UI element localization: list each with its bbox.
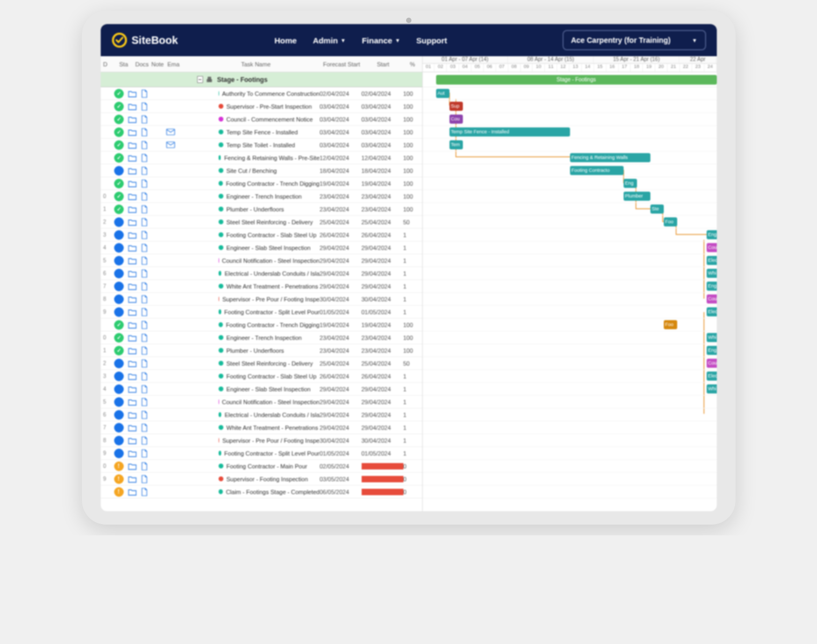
folder-icon[interactable] bbox=[128, 193, 137, 200]
task-row[interactable]: 3 Footing Contractor - Slab Steel Up 26/… bbox=[101, 370, 422, 383]
account-selector[interactable]: Ace Carpentry (for Training) ▼ bbox=[563, 30, 706, 50]
document-icon[interactable] bbox=[141, 256, 148, 265]
email-icon[interactable] bbox=[166, 141, 176, 148]
document-icon[interactable] bbox=[141, 398, 148, 406]
document-icon[interactable] bbox=[141, 308, 148, 316]
status-badge[interactable] bbox=[114, 372, 124, 381]
task-row[interactable]: 8 Supervisor - Pre Pour / Footing Inspe … bbox=[101, 434, 422, 447]
task-row[interactable]: 3 Footing Contractor - Slab Steel Up 26/… bbox=[101, 229, 422, 241]
status-badge[interactable]: ✓ bbox=[114, 102, 124, 111]
folder-icon[interactable] bbox=[128, 90, 137, 97]
document-icon[interactable] bbox=[141, 334, 148, 342]
status-badge[interactable]: ! bbox=[114, 487, 124, 497]
task-row[interactable]: 9 ! Supervisor - Footing Inspection 03/0… bbox=[101, 473, 422, 486]
task-row[interactable]: 9 Footing Contractor - Split Level Pour … bbox=[101, 306, 422, 319]
task-row[interactable]: ✓ Fencing & Retaining Walls - Pre-Site 1… bbox=[101, 151, 422, 164]
gantt-bar[interactable]: Eng bbox=[707, 346, 717, 355]
gantt-bar[interactable]: Tem bbox=[449, 140, 463, 149]
folder-icon[interactable] bbox=[128, 103, 137, 110]
status-badge[interactable] bbox=[114, 359, 124, 368]
status-badge[interactable] bbox=[114, 269, 124, 278]
document-icon[interactable] bbox=[141, 488, 148, 496]
status-badge[interactable] bbox=[114, 256, 124, 266]
status-badge[interactable] bbox=[114, 410, 124, 420]
collapse-icon[interactable]: − bbox=[197, 76, 204, 83]
nav-home[interactable]: Home bbox=[274, 36, 297, 45]
task-row[interactable]: 0 ✓ Engineer - Trench Inspection 23/04/2… bbox=[101, 190, 422, 203]
task-row[interactable]: ✓ Authority To Commence Construction 02/… bbox=[101, 87, 422, 100]
gantt-bar[interactable]: Cou bbox=[449, 115, 463, 124]
gantt-bar[interactable]: Elec bbox=[707, 307, 717, 316]
task-row[interactable]: ✓ Footing Contractor - Trench Digging 19… bbox=[101, 319, 422, 331]
gantt-bar[interactable]: Whi bbox=[707, 269, 717, 278]
task-row[interactable]: 5 Council Notification - Steel Inspectio… bbox=[101, 254, 422, 267]
status-badge[interactable] bbox=[114, 307, 124, 317]
task-row[interactable]: 1 ✓ Plumber - Underfloors 23/04/2024 23/… bbox=[101, 344, 422, 357]
task-row[interactable]: 7 White Ant Treatment - Penetrations 29/… bbox=[101, 280, 422, 293]
status-badge[interactable]: ✓ bbox=[114, 89, 124, 99]
folder-icon[interactable] bbox=[128, 141, 137, 149]
task-row[interactable]: ✓ Temp Site Toilet - Installed 03/04/202… bbox=[101, 139, 422, 151]
document-icon[interactable] bbox=[141, 346, 148, 355]
task-row[interactable]: ! Claim - Footings Stage - Completed 06/… bbox=[101, 486, 422, 498]
status-badge[interactable] bbox=[114, 397, 124, 407]
email-icon[interactable] bbox=[166, 128, 176, 135]
task-row[interactable]: ✓ Temp Site Fence - Installed 03/04/2024… bbox=[101, 126, 422, 139]
document-icon[interactable] bbox=[141, 179, 148, 188]
task-row[interactable]: 5 Council Notification - Steel Inspectio… bbox=[101, 396, 422, 408]
folder-icon[interactable] bbox=[128, 334, 137, 342]
folder-icon[interactable] bbox=[128, 116, 137, 123]
gantt-bar[interactable]: Elec bbox=[707, 372, 717, 381]
document-icon[interactable] bbox=[141, 115, 148, 124]
status-badge[interactable]: ✓ bbox=[114, 140, 124, 150]
status-badge[interactable] bbox=[114, 217, 124, 227]
document-icon[interactable] bbox=[141, 141, 148, 149]
task-row[interactable]: 0 ! Footing Contractor - Main Pour 02/05… bbox=[101, 460, 422, 473]
gantt-bar[interactable]: Ste bbox=[650, 204, 664, 214]
document-icon[interactable] bbox=[141, 436, 148, 445]
folder-icon[interactable] bbox=[128, 321, 137, 329]
stage-header[interactable]: − 🖶 Stage - Footings bbox=[101, 72, 422, 87]
status-badge[interactable]: ✓ bbox=[114, 346, 124, 355]
task-row[interactable]: ✓ Council - Commencement Notice 03/04/20… bbox=[101, 113, 422, 126]
gantt-bar[interactable]: Footing Contracto bbox=[570, 166, 624, 175]
folder-icon[interactable] bbox=[128, 270, 137, 277]
task-row[interactable]: 0 ✓ Engineer - Trench Inspection 23/04/2… bbox=[101, 331, 422, 344]
gantt-bar[interactable]: Elec bbox=[707, 256, 717, 265]
task-row[interactable]: 4 Engineer - Slab Steel Inspection 29/04… bbox=[101, 383, 422, 396]
folder-icon[interactable] bbox=[128, 347, 137, 354]
folder-icon[interactable] bbox=[128, 218, 137, 226]
folder-icon[interactable] bbox=[128, 437, 137, 444]
document-icon[interactable] bbox=[141, 359, 148, 368]
gantt-bar[interactable]: Eng bbox=[707, 282, 717, 291]
document-icon[interactable] bbox=[141, 282, 148, 291]
task-row[interactable]: ✓ Footing Contractor - Trench Digging 19… bbox=[101, 177, 422, 190]
status-badge[interactable] bbox=[114, 449, 124, 458]
gantt-bar[interactable]: Eng bbox=[707, 230, 717, 239]
folder-icon[interactable] bbox=[128, 373, 137, 380]
gantt-bar[interactable]: Cou bbox=[707, 359, 717, 368]
gantt-bar[interactable]: Eng bbox=[624, 179, 637, 188]
document-icon[interactable] bbox=[141, 89, 148, 98]
document-icon[interactable] bbox=[141, 244, 148, 252]
status-badge[interactable] bbox=[114, 423, 124, 433]
status-badge[interactable]: ✓ bbox=[114, 333, 124, 343]
folder-icon[interactable] bbox=[128, 180, 137, 187]
task-row[interactable]: ✓ Supervisor - Pre-Start Inspection 03/0… bbox=[101, 100, 422, 113]
status-badge[interactable]: ✓ bbox=[114, 127, 124, 137]
status-badge[interactable]: ✓ bbox=[114, 179, 124, 188]
gantt-bar[interactable]: Sup bbox=[449, 102, 463, 111]
gantt-bar[interactable]: Foo bbox=[664, 217, 677, 226]
folder-icon[interactable] bbox=[128, 206, 137, 213]
gantt-bar[interactable]: Whi bbox=[707, 333, 717, 342]
document-icon[interactable] bbox=[141, 385, 148, 393]
status-badge[interactable] bbox=[114, 384, 124, 394]
document-icon[interactable] bbox=[141, 218, 148, 226]
gantt-bar[interactable]: Cou bbox=[707, 243, 717, 252]
brand-logo[interactable]: SiteBook bbox=[111, 32, 178, 48]
gantt-bar[interactable]: Fencing & Retaining Walls bbox=[570, 153, 650, 162]
task-row[interactable]: 2 Steel Steel Reinforcing - Delivery 25/… bbox=[101, 357, 422, 370]
task-row[interactable]: 8 Supervisor - Pre Pour / Footing Inspe … bbox=[101, 293, 422, 306]
status-badge[interactable]: ✓ bbox=[114, 115, 124, 124]
status-badge[interactable]: ✓ bbox=[114, 192, 124, 201]
